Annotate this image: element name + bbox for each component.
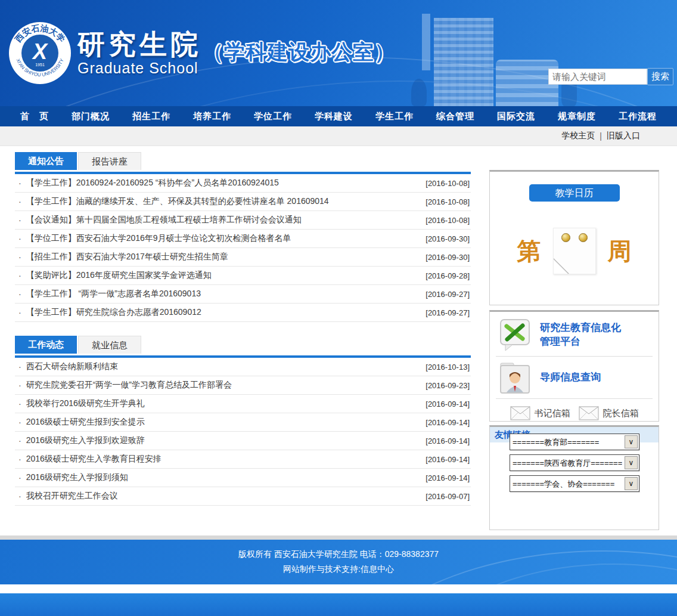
friend-link-select-moe[interactable]: =======教育部======= [510,434,639,450]
dean-mailbox-link[interactable]: 院长信箱 [579,406,639,420]
nav-item[interactable]: 学位工作 [254,111,292,122]
nav-item[interactable]: 工作流程 [619,111,657,122]
bullet-icon: · [18,454,21,464]
main-content: 通知公告 报告讲座 · 【学生工作】20160924-20160925 “科协年… [0,146,677,535]
tab-notices[interactable]: 通知公告 [15,152,77,170]
list-item[interactable]: · 研究生院党委召开“两学一做”学习教育总结及工作部署会 [2016-09-23… [15,376,471,395]
news-title[interactable]: 【学位工作】西安石油大学2016年9月硕士学位论文初次检测合格者名单 [26,233,420,244]
news-title[interactable]: 我校召开研究生工作会议 [26,491,420,502]
news-date: [2016-10-08] [426,179,470,188]
footer-gap [0,584,677,593]
list-item[interactable]: · 【奖助评比】2016年度研究生国家奖学金评选通知 [2016-09-28] [15,267,471,285]
mentor-link-row[interactable]: 导师信息查询 [496,357,653,399]
calendar-week-suffix: 周 [608,235,632,268]
news-title[interactable]: 【学生工作】 “两学一做”志愿者名单201609013 [26,289,420,299]
tab-work-dynamics[interactable]: 工作动态 [15,336,77,354]
news-title[interactable]: 【学生工作】油藏的继续开发、生产、环保及其转型的必要性讲座名单 20160901… [26,196,420,207]
bullet-icon: · [18,197,21,206]
campus-building-graphic [411,14,578,106]
news-date: [2016-09-30] [426,253,470,262]
list-item[interactable]: · 【学位工作】西安石油大学2016年9月硕士学位论文初次检测合格者名单 [20… [15,230,471,248]
teaching-calendar-button[interactable]: 教学日历 [529,184,620,202]
nav-item[interactable]: 综合管理 [436,111,474,122]
news-title[interactable]: 2016级研究生入学报到欢迎致辞 [26,435,420,446]
bullet-icon: · [18,271,21,280]
news-title[interactable]: 2016级硕士研究生入学教育日程安排 [26,454,420,465]
list-item[interactable]: · 我校举行2016级研究生开学典礼 [2016-09-14] [15,395,471,413]
nav-item[interactable]: 招生工作 [132,111,170,122]
envelope-icon [510,406,530,420]
bullet-icon: · [18,473,21,482]
page-footer: 版权所有 西安石油大学研究生院 电话：029-88382377 网站制作与技术支… [0,540,677,584]
friend-link-select-societies[interactable]: =======学会、协会======= [510,476,639,491]
bullet-icon: · [18,417,21,427]
news-date: [2016-09-27] [426,290,470,299]
platform-link-row[interactable]: 研究生教育信息化管理平台 [496,314,653,357]
list-item[interactable]: · 【招生工作】西安石油大学2017年硕士研究生招生简章 [2016-09-30… [15,248,471,267]
school-home-link[interactable]: 学校主页 [561,131,595,141]
friend-link-select-wrap: =======陕西省教育厅======= ∨ [510,454,639,471]
worknews-tabs: 工作动态 就业信息 [15,336,471,354]
list-item[interactable]: · 【学生工作】油藏的继续开发、生产、环保及其转型的必要性讲座名单 201609… [15,193,471,211]
search-button[interactable]: 搜索 [647,68,673,85]
mailbox-row: 书记信箱 院长信箱 [496,399,653,428]
secretary-mailbox-link[interactable]: 书记信箱 [510,406,570,420]
friend-link-select-shaanxi[interactable]: =======陕西省教育厅======= [510,455,639,470]
bottom-band [0,593,677,616]
nav-item[interactable]: 规章制度 [558,111,596,122]
svg-text:1951: 1951 [35,63,45,67]
news-title[interactable]: 【招生工作】西安石油大学2017年硕士研究生招生简章 [26,252,420,262]
nav-item[interactable]: 部门概况 [72,111,110,122]
news-title[interactable]: 西石大研会纳新顺利结束 [26,361,420,372]
news-title[interactable]: 研究生院党委召开“两学一做”学习教育总结及工作部署会 [26,380,420,391]
tab-employment-info[interactable]: 就业信息 [78,336,141,354]
nav-item[interactable]: 培养工作 [193,111,231,122]
nav-item[interactable]: 学科建设 [315,111,353,122]
secondary-nav: 学校主页 | 旧版入口 [0,126,677,146]
page-curl-icon [554,259,568,274]
news-date: [2016-09-27] [426,308,470,317]
page-header: 西安石油大学 XI'AN SHIYOU UNIVERSITY X 1951 研究… [0,0,677,106]
list-item[interactable]: · 【学生工作】20160924-20160925 “科协年会”人员名单2016… [15,174,471,193]
list-item[interactable]: · 2016级研究生入学报到须知 [2016-09-14] [15,469,471,487]
dean-mailbox-label[interactable]: 院长信箱 [603,408,639,419]
calendar-note-icon [553,228,596,274]
teaching-calendar-box: 教学日历 第 周 [489,170,659,305]
education-platform-icon [499,318,530,352]
news-title[interactable]: 【奖助评比】2016年度研究生国家奖学金评选通知 [26,270,420,281]
mentor-link-label[interactable]: 导师信息查询 [540,371,629,385]
list-item[interactable]: · 【学生工作】研究生院综合办志愿者201609012 [2016-09-27] [15,304,471,322]
list-item[interactable]: · 2016级硕士研究生入学教育日程安排 [2016-09-14] [15,450,471,469]
nav-item[interactable]: 首 页 [20,111,49,122]
main-nav: 首 页 部门概况 招生工作 培养工作 学位工作 学科建设 学生工作 综合管理 国… [0,106,677,126]
news-title[interactable]: 【学生工作】20160924-20160925 “科协年会”人员名单201609… [26,178,420,188]
university-logo[interactable]: 西安石油大学 XI'AN SHIYOU UNIVERSITY X 1951 [8,21,72,85]
notices-list: · 【学生工作】20160924-20160925 “科协年会”人员名单2016… [15,174,471,322]
tab-lectures[interactable]: 报告讲座 [78,152,141,170]
secretary-mailbox-label[interactable]: 书记信箱 [535,408,570,419]
bullet-icon: · [18,252,21,262]
subnav-separator: | [600,131,602,141]
list-item[interactable]: · 我校召开研究生工作会议 [2016-09-07] [15,487,471,506]
news-title[interactable]: 【学生工作】研究生院综合办志愿者201609012 [26,307,420,318]
news-title[interactable]: 【会议通知】第十四届全国地质工程领域工程硕士培养工作研讨会会议通知 [26,215,420,225]
list-item[interactable]: · 【学生工作】 “两学一做”志愿者名单201609013 [2016-09-2… [15,285,471,304]
news-date: [2016-09-14] [426,437,470,445]
list-item[interactable]: · 【会议通知】第十四届全国地质工程领域工程硕士培养工作研讨会会议通知 [201… [15,211,471,230]
old-version-link[interactable]: 旧版入口 [607,131,640,141]
svg-text:X: X [32,39,48,64]
bullet-icon: · [18,436,21,445]
search-input[interactable] [548,69,647,85]
list-item[interactable]: · 西石大研会纳新顺利结束 [2016-10-13] [15,358,471,376]
news-date: [2016-09-28] [426,271,470,280]
nav-item[interactable]: 国际交流 [497,111,535,122]
news-title[interactable]: 2016级硕士研究生报到安全提示 [26,417,420,428]
pin-icon [579,233,588,242]
platform-link-label[interactable]: 研究生教育信息化管理平台 [540,321,629,349]
list-item[interactable]: · 2016级硕士研究生报到安全提示 [2016-09-14] [15,413,471,432]
nav-item[interactable]: 学生工作 [375,111,414,122]
news-title[interactable]: 我校举行2016级研究生开学典礼 [26,398,420,409]
list-item[interactable]: · 2016级研究生入学报到欢迎致辞 [2016-09-14] [15,432,471,450]
sidebar: 教学日历 第 周 研究生教育信息化管理平 [489,152,659,535]
news-title[interactable]: 2016级研究生入学报到须知 [26,472,420,483]
